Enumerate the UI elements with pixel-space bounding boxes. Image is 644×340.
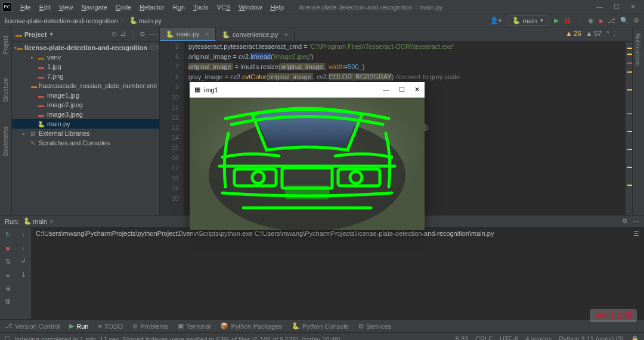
tab-version-control[interactable]: ⎇Version Control xyxy=(5,322,60,330)
menu-file[interactable]: File xyxy=(17,2,35,12)
project-tool-button[interactable]: Project xyxy=(2,36,9,54)
tab-services[interactable]: ⊞Services xyxy=(358,322,391,330)
editor-tabs: 🐍main.py× 🐍convenience.py× xyxy=(160,27,632,42)
tree-item[interactable]: ▬image3.jpeg xyxy=(12,110,159,119)
soft-wrap-icon[interactable]: ☰ xyxy=(633,230,639,238)
error-stripe[interactable] xyxy=(625,42,632,215)
popup-minimize-icon[interactable]: — xyxy=(383,86,389,93)
tab-python-console[interactable]: 🐍Python Console xyxy=(292,322,349,330)
status-bar: ☐ Indexing completed in 1 min, 12 sec. S… xyxy=(0,332,644,340)
stop-icon[interactable]: ■ xyxy=(6,245,10,252)
tree-root[interactable]: ▾▬ license-plate-detection-and-recogniti… xyxy=(12,43,159,52)
folder-icon: ▬ xyxy=(16,31,22,38)
run-tool-window: Run: 🐍 main × ⚙ — ↻ ■ ⇅ ≡ 🖨 🗑 ↑ ↓ ↲ ⤓ xyxy=(0,215,644,319)
status-icon[interactable]: ☐ xyxy=(5,335,11,340)
expand-icon[interactable]: ⇄ xyxy=(120,30,126,38)
select-opened-icon[interactable]: ⊙ xyxy=(112,30,117,38)
search-icon[interactable]: 🔍 xyxy=(620,17,628,24)
layout-icon[interactable]: ⇅ xyxy=(5,258,11,266)
debug-button[interactable]: 🐞 xyxy=(564,17,572,24)
menu-view[interactable]: View xyxy=(55,2,77,12)
maximize-icon[interactable]: ☐ xyxy=(614,3,620,11)
lock-icon[interactable]: 🔒 xyxy=(631,335,639,340)
right-tool-stripe: Notifications xyxy=(632,27,644,215)
rerun-icon[interactable]: ↻ xyxy=(5,231,11,239)
popup-maximize-icon[interactable]: ☐ xyxy=(399,86,405,93)
run-button[interactable]: ▶ xyxy=(554,17,559,24)
menu-run[interactable]: Run xyxy=(169,2,188,12)
structure-tool-button[interactable]: Structure xyxy=(2,78,9,102)
tree-item[interactable]: ▬image2.jpeg xyxy=(12,100,159,110)
tab-todo[interactable]: ≡TODO xyxy=(98,323,123,330)
menu-refactor[interactable]: Refactor xyxy=(136,2,168,12)
tree-item[interactable]: 🐍main.py xyxy=(12,119,159,129)
tab-terminal[interactable]: ▣Terminal xyxy=(178,322,211,330)
tree-item[interactable]: ▸⊞External Libraries xyxy=(12,129,159,138)
project-panel: ▬ Project ▼ ⊙ ⇄ ⋮ ⚙ — ▾▬ license-plate-d… xyxy=(12,27,160,215)
line-separator[interactable]: CRLF xyxy=(475,335,493,340)
collapse-icon[interactable]: ⋮ xyxy=(129,30,136,38)
tree-item[interactable]: ▬7.png xyxy=(12,71,159,81)
menu-navigate[interactable]: Navigate xyxy=(78,2,110,12)
interpreter[interactable]: Python 3.11 (venv) (3) xyxy=(559,335,624,340)
profile-icon[interactable]: ◉ xyxy=(588,17,594,24)
close-icon[interactable]: ✕ xyxy=(630,3,636,11)
scroll-icon[interactable]: ⤓ xyxy=(21,271,26,279)
hide-icon[interactable]: — xyxy=(149,30,156,38)
tree-item[interactable]: ▬image1.jpg xyxy=(12,91,159,100)
navigation-bar: license-plate-detection-and-recognition … xyxy=(0,14,644,27)
gear-icon[interactable]: ⚙ xyxy=(140,30,145,38)
notifications-tool-button[interactable]: Notifications xyxy=(634,33,641,65)
run-toolbar: ↻ ■ ⇅ ≡ 🖨 🗑 ↑ ↓ ↲ ⤓ xyxy=(0,227,31,319)
tab-main-py[interactable]: 🐍main.py× xyxy=(160,28,216,41)
run-label: Run: xyxy=(5,218,18,225)
user-icon[interactable]: 👤▾ xyxy=(490,17,502,24)
popup-titlebar[interactable]: ▦ img1 — ☐ ✕ xyxy=(190,82,425,98)
status-message: Indexing completed in 1 min, 12 sec. Sha… xyxy=(14,336,340,341)
menu-window[interactable]: Window xyxy=(235,2,265,12)
breadcrumb-root[interactable]: license-plate-detection-and-recognition xyxy=(5,17,118,24)
inspections-widget[interactable]: ▲ 26 ▲ 57 ^ ⋮ xyxy=(565,30,618,38)
git-icon[interactable]: ⎇ xyxy=(608,17,615,24)
watermark: php中文网 xyxy=(590,309,637,322)
breadcrumb-file[interactable]: main.py xyxy=(139,17,162,24)
menu-edit[interactable]: Edit xyxy=(36,2,54,12)
export-icon[interactable]: 🖨 xyxy=(5,285,11,292)
panel-title: Project xyxy=(24,31,47,38)
tab-run[interactable]: ▶Run xyxy=(69,322,88,330)
filter-icon[interactable]: ≡ xyxy=(6,272,10,279)
tab-python-packages[interactable]: 📦Python Packages xyxy=(220,322,282,330)
trash-icon[interactable]: 🗑 xyxy=(5,298,11,305)
project-tree: ▾▬ license-plate-detection-and-recogniti… xyxy=(12,42,159,149)
tab-problems[interactable]: ⊘Problems xyxy=(132,322,168,330)
settings-icon[interactable]: ⚙ xyxy=(633,17,639,24)
image-preview-window[interactable]: ▦ img1 — ☐ ✕ xyxy=(190,82,425,230)
run-settings-icon[interactable]: ⚙ xyxy=(622,217,628,225)
wrap-icon[interactable]: ↲ xyxy=(21,257,26,265)
minimize-icon[interactable]: — xyxy=(596,3,603,11)
main-menu: File Edit View Navigate Code Refactor Ru… xyxy=(17,2,287,12)
run-hide-icon[interactable]: — xyxy=(633,217,639,225)
run-config-selector[interactable]: 🐍 main ▼ xyxy=(507,15,550,26)
up-icon[interactable]: ↑ xyxy=(21,231,25,238)
console-output[interactable]: C:\Users\mwang\PycharmProjects\pythonPro… xyxy=(31,227,644,319)
run-config-name[interactable]: main xyxy=(33,218,47,225)
encoding[interactable]: UTF-8 xyxy=(500,335,518,340)
tree-item[interactable]: ▬1.jpg xyxy=(12,62,159,71)
bookmarks-tool-button[interactable]: Bookmarks xyxy=(2,126,9,156)
tab-convenience-py[interactable]: 🐍convenience.py× xyxy=(216,28,295,41)
stop-button[interactable]: ■ xyxy=(599,17,603,24)
tree-item[interactable]: ▬haarcascade_russian_plate_number.xml xyxy=(12,81,159,91)
menu-code[interactable]: Code xyxy=(112,2,135,12)
tree-item[interactable]: ✎Scratches and Consoles xyxy=(12,138,159,148)
app-logo: PC xyxy=(2,2,12,12)
popup-close-icon[interactable]: ✕ xyxy=(414,86,420,93)
menu-tools[interactable]: Tools xyxy=(190,2,212,12)
indent[interactable]: 4 spaces xyxy=(525,335,552,340)
cursor-position[interactable]: 8:33 xyxy=(456,335,468,340)
coverage-icon[interactable]: ⋮ xyxy=(577,17,583,24)
tree-item[interactable]: ▸▬venv xyxy=(12,52,159,62)
menu-vcs[interactable]: VCS xyxy=(213,2,234,12)
down-icon[interactable]: ↓ xyxy=(21,244,25,251)
menu-help[interactable]: Help xyxy=(267,2,287,12)
